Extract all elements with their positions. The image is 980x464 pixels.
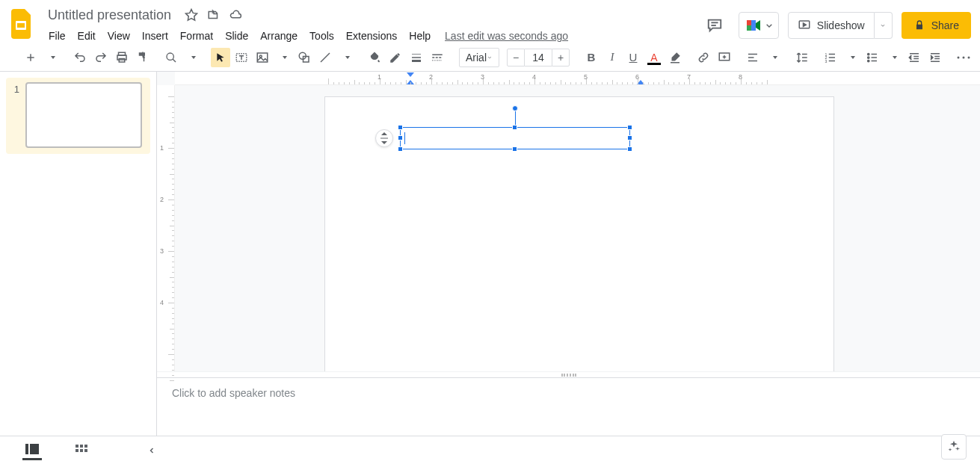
menu-slide[interactable]: Slide <box>220 27 253 45</box>
numbered-list-dropdown[interactable] <box>842 48 861 67</box>
paint-format-button[interactable] <box>133 48 152 67</box>
header: Untitled presentation File Edit View Ins… <box>0 0 980 43</box>
text-color-button[interactable]: A <box>644 48 664 67</box>
resize-handle-tr[interactable] <box>627 125 632 130</box>
align-button[interactable] <box>743 48 762 67</box>
notes-resize-handle[interactable] <box>157 371 980 377</box>
fill-color-button[interactable] <box>365 48 384 67</box>
svg-text:3: 3 <box>825 58 828 63</box>
underline-button[interactable]: U <box>623 48 643 67</box>
bulleted-list-dropdown[interactable] <box>884 48 903 67</box>
slide-thumbnail-1[interactable]: 1 <box>6 78 150 154</box>
last-edit-link[interactable]: Last edit was seconds ago <box>445 27 568 45</box>
increase-indent-button[interactable] <box>925 48 945 67</box>
svg-rect-5 <box>747 20 751 25</box>
speaker-notes[interactable]: Click to add speaker notes <box>157 377 980 436</box>
vertical-ruler[interactable]: 1234 <box>157 85 175 371</box>
numbered-list-button[interactable]: 123 <box>821 48 840 67</box>
autofit-handle[interactable] <box>375 129 393 147</box>
filmstrip: 1 <box>0 72 157 436</box>
explore-button[interactable] <box>941 434 967 460</box>
grid-view-button[interactable] <box>72 441 91 460</box>
toolbar: Arial − + B I U A 123 <box>0 43 980 72</box>
insert-comment-button[interactable] <box>715 48 734 67</box>
slide-canvas[interactable] <box>324 96 834 371</box>
menu-edit[interactable]: Edit <box>73 27 101 45</box>
bulleted-list-button[interactable] <box>863 48 882 67</box>
share-button[interactable]: Share <box>902 12 971 39</box>
filmstrip-view-button[interactable] <box>22 441 42 460</box>
resize-handle-ml[interactable] <box>398 135 403 140</box>
menu-tools[interactable]: Tools <box>304 27 339 45</box>
image-tool[interactable] <box>253 48 272 67</box>
menu-insert[interactable]: Insert <box>137 27 173 45</box>
redo-button[interactable] <box>91 48 111 67</box>
slides-logo[interactable] <box>9 6 36 42</box>
resize-handle-bm[interactable] <box>512 146 517 152</box>
collapse-toolbar-button[interactable] <box>975 48 980 67</box>
canvas-area: 12345678 1234 <box>157 72 980 436</box>
print-button[interactable] <box>112 48 132 67</box>
border-dash-button[interactable] <box>428 48 447 67</box>
decrease-indent-button[interactable] <box>905 48 924 67</box>
resize-handle-br[interactable] <box>627 146 632 152</box>
slideshow-button[interactable]: Slideshow <box>788 12 875 39</box>
new-slide-button[interactable] <box>21 48 40 67</box>
font-size-input[interactable] <box>525 49 552 66</box>
resize-handle-mr[interactable] <box>627 135 632 140</box>
select-tool[interactable] <box>211 48 230 67</box>
selected-textbox[interactable] <box>400 127 630 149</box>
highlight-color-button[interactable] <box>665 48 685 67</box>
star-icon[interactable] <box>185 8 198 22</box>
resize-handle-tl[interactable] <box>398 125 403 130</box>
menu-format[interactable]: Format <box>175 27 218 45</box>
new-slide-dropdown[interactable] <box>42 48 61 67</box>
border-weight-button[interactable] <box>407 48 426 67</box>
insert-link-button[interactable] <box>694 48 713 67</box>
move-icon[interactable] <box>207 8 221 22</box>
line-spacing-button[interactable] <box>792 48 812 67</box>
menu-file[interactable]: File <box>43 27 71 45</box>
align-dropdown[interactable] <box>764 48 783 67</box>
horizontal-ruler[interactable]: 12345678 <box>175 72 980 85</box>
svg-rect-66 <box>80 449 83 452</box>
comments-icon[interactable] <box>700 10 730 40</box>
more-options-button[interactable] <box>954 48 973 67</box>
image-dropdown[interactable] <box>274 48 293 67</box>
resize-handle-tm[interactable] <box>512 125 517 130</box>
main-area: 1 12345678 1234 <box>0 72 980 436</box>
lock-icon <box>913 19 925 31</box>
svg-point-44 <box>868 56 869 58</box>
font-size-increase[interactable]: + <box>552 49 570 66</box>
font-size-decrease[interactable]: − <box>507 49 525 66</box>
border-color-button[interactable] <box>386 48 405 67</box>
italic-button[interactable]: I <box>603 48 622 67</box>
undo-button[interactable] <box>70 48 90 67</box>
doc-title[interactable]: Untitled presentation <box>43 6 176 25</box>
menu-help[interactable]: Help <box>404 27 436 45</box>
svg-line-23 <box>321 53 330 62</box>
line-tool[interactable] <box>315 48 335 67</box>
line-dropdown[interactable] <box>336 48 356 67</box>
svg-rect-6 <box>747 25 751 31</box>
bold-button[interactable]: B <box>582 48 601 67</box>
svg-point-46 <box>868 60 869 61</box>
collapse-filmstrip-button[interactable] <box>142 441 161 460</box>
meet-button[interactable] <box>739 12 779 39</box>
menu-extensions[interactable]: Extensions <box>341 27 402 45</box>
cloud-status-icon[interactable] <box>229 8 243 22</box>
slideshow-dropdown[interactable] <box>875 12 893 39</box>
rotation-handle[interactable] <box>512 105 518 111</box>
menu-arrange[interactable]: Arrange <box>255 27 303 45</box>
zoom-dropdown[interactable] <box>182 48 202 67</box>
menu-view[interactable]: View <box>102 27 135 45</box>
resize-handle-bl[interactable] <box>398 146 403 152</box>
zoom-button[interactable] <box>161 48 181 67</box>
slideshow-label: Slideshow <box>817 19 865 31</box>
textbox-tool[interactable] <box>232 48 251 67</box>
font-family-select[interactable]: Arial <box>459 48 499 67</box>
chevron-down-icon <box>879 22 887 29</box>
slide-workarea[interactable] <box>175 85 980 371</box>
svg-rect-61 <box>30 444 39 454</box>
shape-tool[interactable] <box>295 48 314 67</box>
